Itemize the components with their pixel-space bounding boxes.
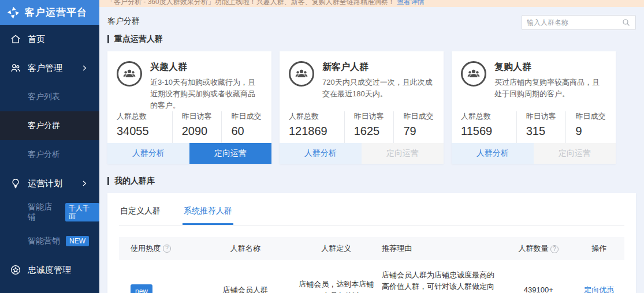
search-input[interactable]	[522, 18, 621, 27]
sidebar-item-label: 运营计划	[28, 178, 62, 189]
sidebar-item-label: 忠诚度管理	[28, 265, 71, 276]
header-recommend-reason: 推荐理由	[382, 243, 503, 254]
audience-icon	[117, 61, 142, 87]
header-usage-hotness: 使用热度 ?	[119, 243, 200, 254]
segment-stats: 人群总数34055 昨日访客2090 昨日成交60	[107, 111, 271, 143]
segment-search-box	[522, 15, 636, 30]
help-icon[interactable]: ?	[163, 245, 171, 253]
key-groups-section-header: 重点运营人群	[107, 33, 636, 45]
my-library-section-header: 我的人群库	[107, 175, 636, 187]
cell-group-definition: 店铺会员，达到本店铺 vip1 会员条件以...	[291, 269, 382, 293]
announcement-text: 「客户分析 - 360度人群效果分析」功能上线啦！兴趣人群、新客、复购人群全链路…	[107, 0, 395, 6]
sidebar-item-customer-list[interactable]: 客户列表	[0, 82, 99, 111]
lightbulb-icon	[10, 178, 21, 189]
section-bar	[107, 35, 109, 43]
sidebar-item-customer-management[interactable]: 客户管理	[0, 54, 99, 82]
pinwheel-logo-icon	[6, 5, 21, 20]
segment-card-interest: 兴趣人群 近3-10天有加购或收藏行为，且近期没有购买加购或者收藏商品的客户。 …	[107, 51, 271, 164]
stat-label: 人群总数	[289, 111, 344, 122]
targeted-coupon-link[interactable]: 定向优惠	[584, 286, 614, 293]
table-header-row: 使用热度 ? 人群名称 人群定义 推荐理由 人群数量 ? 操作	[119, 237, 624, 260]
search-icon[interactable]	[621, 18, 631, 27]
header-action: 操作	[574, 243, 625, 254]
section-title: 重点运营人群	[114, 34, 163, 44]
recommended-groups-table: 使用热度 ? 人群名称 人群定义 推荐理由 人群数量 ? 操作	[119, 237, 624, 293]
cell-action: 定向优惠	[574, 269, 625, 293]
segment-stats: 人群总数11569 昨日访客315 昨日成交9	[452, 111, 616, 143]
sidebar-menu: 首页 客户管理 客户列表 客户分群 客户分析	[0, 25, 99, 284]
home-icon	[10, 33, 21, 45]
view-details-link[interactable]: 查看详情	[397, 0, 425, 6]
customer-operation-platform: 客户运营平台 首页 客户管理 客户列表	[0, 0, 644, 293]
stat-value: 121869	[289, 125, 344, 138]
sidebar-item-label: 智能店铺	[28, 202, 59, 223]
announcement-banner: 「客户分析 - 360度人群效果分析」功能上线啦！兴趣人群、新客、复购人群全链路…	[99, 0, 644, 7]
my-library-panel: 自定义人群 系统推荐人群 使用热度 ? 人群名称 人群定义 推荐理由 人群数量	[107, 193, 636, 293]
stat-label: 昨日访客	[354, 111, 394, 122]
sidebar-item-loyalty-management[interactable]: 忠诚度管理	[0, 256, 99, 284]
sidebar-item-label: 客户分群	[28, 121, 60, 131]
chevron-right-icon	[81, 180, 88, 187]
cell-hotness: new	[119, 269, 200, 293]
stat-label: 昨日成交	[403, 111, 434, 122]
stat-label: 昨日成交	[575, 111, 606, 122]
segment-description: 买过店铺内复购率较高商品，且处于回购周期的客户。	[494, 77, 606, 100]
stat-value: 11569	[461, 125, 516, 138]
group-analysis-button[interactable]: 人群分析	[107, 143, 189, 164]
segment-description: 近3-10天有加购或收藏行为，且近期没有购买加购或者收藏商品的客户。	[150, 77, 262, 111]
segment-description: 720天内只成交过一次，且此次成交在最近180天内。	[322, 77, 434, 100]
sidebar-item-label: 首页	[28, 34, 45, 45]
segment-title: 兴趣人群	[150, 61, 262, 73]
cell-recommend-reason: 店铺会员人群为店铺忠诚度最高的高价值人群，可针对该人群做定向权益、召回等，强化会…	[382, 269, 503, 293]
stat-value: 315	[526, 125, 566, 138]
stat-value: 1625	[354, 125, 394, 138]
sidebar-item-smart-marketing[interactable]: 智能营销 NEW	[0, 227, 99, 256]
sidebar-item-label: 客户管理	[28, 63, 62, 74]
new-feature-badge: NEW	[66, 236, 89, 246]
sidebar-item-home[interactable]: 首页	[0, 25, 99, 54]
targeted-operation-button[interactable]: 定向运营	[189, 143, 271, 164]
smart-shop-badge: 千人千面	[65, 203, 99, 222]
logo-bar: 客户运营平台	[0, 0, 99, 25]
stat-value: 79	[403, 125, 434, 138]
targeted-operation-button[interactable]: 定向运营	[534, 143, 616, 164]
chevron-right-icon	[81, 65, 88, 72]
targeted-operation-button[interactable]: 定向运营	[362, 143, 444, 164]
app-title: 客户运营平台	[25, 6, 87, 19]
group-analysis-button[interactable]: 人群分析	[280, 143, 362, 164]
star-circle-icon	[10, 264, 21, 276]
tab-system-recommended-groups[interactable]: 系统推荐人群	[183, 201, 233, 225]
stat-value: 34055	[117, 125, 172, 138]
segment-title: 复购人群	[494, 61, 606, 73]
audience-icon	[461, 61, 486, 87]
sidebar-item-label: 客户分析	[28, 149, 60, 160]
sidebar-item-label: 智能营销	[28, 236, 60, 246]
help-icon[interactable]: ?	[550, 245, 559, 253]
stat-label: 人群总数	[461, 111, 516, 122]
sidebar-item-label: 客户列表	[28, 92, 60, 102]
stat-label: 昨日访客	[526, 111, 566, 122]
sidebar-item-operation-plan[interactable]: 运营计划	[0, 169, 99, 198]
segment-title: 新客户人群	[322, 61, 434, 73]
stat-label: 昨日成交	[231, 111, 262, 122]
group-analysis-button[interactable]: 人群分析	[452, 143, 534, 164]
stat-value: 2090	[182, 125, 222, 138]
section-title: 我的人群库	[114, 176, 155, 186]
tab-custom-groups[interactable]: 自定义人群	[119, 201, 162, 225]
users-icon	[10, 62, 21, 74]
key-groups-cards: 兴趣人群 近3-10天有加购或收藏行为，且近期没有购买加购或者收藏商品的客户。 …	[107, 51, 636, 164]
main-content: 「客户分析 - 360度人群效果分析」功能上线啦！兴趣人群、新客、复购人群全链路…	[99, 0, 644, 293]
segment-card-new-customer: 新客户人群 720天内只成交过一次，且此次成交在最近180天内。 人群总数121…	[280, 51, 444, 164]
header-group-definition: 人群定义	[291, 243, 382, 254]
stat-label: 昨日访客	[182, 111, 222, 122]
audience-icon	[289, 61, 314, 87]
library-tabs: 自定义人群 系统推荐人群	[119, 193, 624, 226]
section-bar	[107, 177, 109, 185]
cell-group-count: 439100+	[503, 269, 574, 293]
segment-card-repurchase: 复购人群 买过店铺内复购率较高商品，且处于回购周期的客户。 人群总数11569 …	[452, 51, 616, 164]
sidebar-item-customer-segments[interactable]: 客户分群	[0, 111, 99, 140]
table-row: new 店铺会员人群 店铺会员，达到本店铺 vip1 会员条件以... 店铺会员…	[119, 260, 624, 293]
sidebar-item-smart-shop[interactable]: 智能店铺 千人千面	[0, 198, 99, 227]
cell-group-name: 店铺会员人群	[200, 269, 291, 293]
sidebar-item-customer-analysis[interactable]: 客户分析	[0, 140, 99, 169]
